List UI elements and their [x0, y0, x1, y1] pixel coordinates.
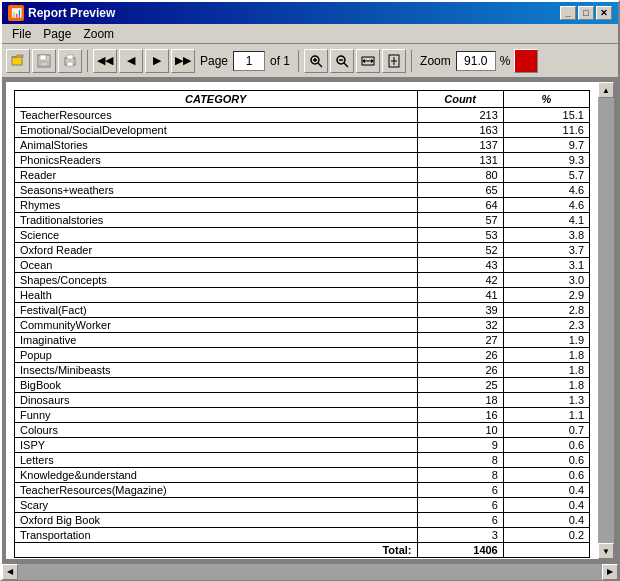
open-button[interactable] [6, 49, 30, 73]
table-row: AnimalStories 137 9.7 [15, 138, 590, 153]
cell-pct: 0.6 [503, 453, 589, 468]
table-row: Rhymes 64 4.6 [15, 198, 590, 213]
separator-3 [411, 50, 412, 72]
cell-category: Transportation [15, 528, 418, 543]
table-row: Science 53 3.8 [15, 228, 590, 243]
scroll-right-button[interactable]: ▶ [602, 564, 618, 580]
cell-count: 213 [417, 108, 503, 123]
page-input[interactable] [233, 51, 265, 71]
table-row: Shapes/Concepts 42 3.0 [15, 273, 590, 288]
cell-category: BigBook [15, 378, 418, 393]
cell-category: Festival(Fact) [15, 303, 418, 318]
page-area: CATEGORY Count % TeacherResources 213 15… [6, 82, 598, 559]
stop-button[interactable] [514, 49, 538, 73]
cell-pct: 4.1 [503, 213, 589, 228]
table-row: ISPY 9 0.6 [15, 438, 590, 453]
svg-marker-1 [12, 55, 23, 57]
cell-pct: 0.2 [503, 528, 589, 543]
menu-zoom[interactable]: Zoom [77, 26, 120, 42]
first-page-button[interactable]: ◀◀ [93, 49, 117, 73]
cell-count: 39 [417, 303, 503, 318]
cell-pct: 2.9 [503, 288, 589, 303]
cell-category: Science [15, 228, 418, 243]
zoom-out-button[interactable] [330, 49, 354, 73]
prev-page-button[interactable]: ◀ [119, 49, 143, 73]
cell-count: 6 [417, 498, 503, 513]
scroll-left-button[interactable]: ◀ [2, 564, 18, 580]
cell-category: Colours [15, 423, 418, 438]
cell-count: 52 [417, 243, 503, 258]
zoom-input[interactable] [456, 51, 496, 71]
cell-pct: 0.6 [503, 468, 589, 483]
scroll-up-button[interactable]: ▲ [598, 82, 614, 98]
menu-file[interactable]: File [6, 26, 37, 42]
fit-width-button[interactable] [356, 49, 380, 73]
cell-count: 8 [417, 453, 503, 468]
title-bar: 📊 Report Preview _ □ ✕ [2, 2, 618, 24]
cell-count: 131 [417, 153, 503, 168]
scroll-down-button[interactable]: ▼ [598, 543, 614, 559]
cell-count: 80 [417, 168, 503, 183]
table-row: TeacherResources 213 15.1 [15, 108, 590, 123]
cell-count: 32 [417, 318, 503, 333]
table-row: Health 41 2.9 [15, 288, 590, 303]
separator-2 [298, 50, 299, 72]
print-button[interactable] [58, 49, 82, 73]
horizontal-scrollbar[interactable]: ◀ ▶ [2, 563, 618, 579]
cell-pct: 5.7 [503, 168, 589, 183]
table-row: CommunityWorker 32 2.3 [15, 318, 590, 333]
maximize-button[interactable]: □ [578, 6, 594, 20]
app-icon: 📊 [8, 5, 24, 21]
cell-count: 41 [417, 288, 503, 303]
table-row: Oxford Reader 52 3.7 [15, 243, 590, 258]
close-button[interactable]: ✕ [596, 6, 612, 20]
cell-category: Imaginative [15, 333, 418, 348]
zoom-in-button[interactable] [304, 49, 328, 73]
cell-pct: 4.6 [503, 198, 589, 213]
cell-count: 43 [417, 258, 503, 273]
vertical-scrollbar[interactable]: ▲ ▼ [598, 82, 614, 559]
page-label: Page [197, 54, 231, 68]
cell-count: 57 [417, 213, 503, 228]
cell-category: Funny [15, 408, 418, 423]
cell-category: Traditionalstories [15, 213, 418, 228]
report-table: CATEGORY Count % TeacherResources 213 15… [14, 90, 590, 558]
header-category: CATEGORY [15, 91, 418, 108]
cell-category: Seasons+weathers [15, 183, 418, 198]
cell-count: 26 [417, 363, 503, 378]
next-page-button[interactable]: ▶ [145, 49, 169, 73]
cell-pct: 3.0 [503, 273, 589, 288]
cell-category: TeacherResources [15, 108, 418, 123]
cell-count: 163 [417, 123, 503, 138]
cell-pct: 1.3 [503, 393, 589, 408]
fit-page-button[interactable] [382, 49, 406, 73]
cell-category: Rhymes [15, 198, 418, 213]
scroll-track-v[interactable] [598, 98, 614, 543]
cell-pct: 3.1 [503, 258, 589, 273]
cell-count: 18 [417, 393, 503, 408]
scroll-track-h[interactable] [18, 564, 602, 580]
svg-rect-0 [12, 57, 22, 65]
table-row: Letters 8 0.6 [15, 453, 590, 468]
cell-count: 42 [417, 273, 503, 288]
table-row: Oxford Big Book 6 0.4 [15, 513, 590, 528]
cell-category: Knowledge&understand [15, 468, 418, 483]
table-row: Transportation 3 0.2 [15, 528, 590, 543]
cell-count: 3 [417, 528, 503, 543]
table-row: Scary 6 0.4 [15, 498, 590, 513]
last-page-button[interactable]: ▶▶ [171, 49, 195, 73]
save-button[interactable] [32, 49, 56, 73]
cell-pct: 15.1 [503, 108, 589, 123]
cell-count: 65 [417, 183, 503, 198]
menu-page[interactable]: Page [37, 26, 77, 42]
cell-count: 27 [417, 333, 503, 348]
table-row: Seasons+weathers 65 4.6 [15, 183, 590, 198]
cell-category: Scary [15, 498, 418, 513]
minimize-button[interactable]: _ [560, 6, 576, 20]
cell-count: 6 [417, 483, 503, 498]
cell-pct: 0.4 [503, 498, 589, 513]
cell-pct: 0.4 [503, 513, 589, 528]
table-row: Festival(Fact) 39 2.8 [15, 303, 590, 318]
table-row: Funny 16 1.1 [15, 408, 590, 423]
table-row: Emotional/SocialDevelopment 163 11.6 [15, 123, 590, 138]
